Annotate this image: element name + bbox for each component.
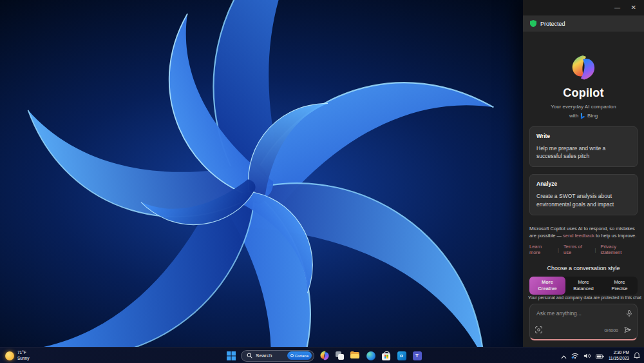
style-option-balanced[interactable]: More Balanced bbox=[565, 277, 601, 295]
search-highlight-badge[interactable]: Cortana bbox=[287, 351, 312, 360]
copilot-body: Copilot Your everyday AI companion with … bbox=[523, 32, 644, 347]
edge-button[interactable] bbox=[365, 350, 376, 361]
style-option-precise[interactable]: More Precise bbox=[601, 277, 638, 295]
network-button[interactable] bbox=[571, 350, 579, 362]
composer-toolbar: 0/4000 bbox=[535, 324, 632, 336]
conversation-style-selector: More Creative More Balanced More Precise bbox=[529, 277, 638, 295]
privacy-statement-link[interactable]: Privacy statement bbox=[600, 244, 638, 255]
copilot-title: Copilot bbox=[529, 86, 638, 100]
style-option-line2: Balanced bbox=[573, 286, 593, 293]
protected-label: Protected bbox=[540, 21, 565, 27]
volume-button[interactable] bbox=[583, 350, 591, 362]
data-protection-note: Your personal and company data are prote… bbox=[529, 295, 638, 300]
bing-label: Bing bbox=[587, 113, 598, 119]
ai-disclaimer: Microsoft Copilot uses AI to respond, so… bbox=[529, 225, 638, 240]
copilot-icon bbox=[319, 351, 330, 360]
shield-icon bbox=[530, 20, 536, 27]
battery-icon bbox=[596, 354, 604, 359]
system-tray: 2:30 PM 11/15/2023 bbox=[561, 348, 640, 363]
battery-button[interactable] bbox=[596, 350, 604, 362]
notification-center-button[interactable] bbox=[634, 350, 640, 362]
task-view-button[interactable] bbox=[334, 350, 345, 361]
file-explorer-button[interactable] bbox=[350, 350, 361, 361]
taskbar-copilot-button[interactable] bbox=[319, 350, 330, 361]
close-button[interactable]: ✕ bbox=[631, 5, 636, 11]
style-option-line1: More bbox=[614, 279, 625, 286]
clock-time: 2:30 PM bbox=[609, 350, 629, 356]
search-box[interactable]: Search Cortana bbox=[241, 350, 314, 362]
clock-widget[interactable]: 2:30 PM 11/15/2023 bbox=[609, 350, 629, 362]
chat-composer: 0/4000 bbox=[529, 304, 638, 340]
teams-button[interactable]: T bbox=[412, 350, 422, 361]
taskbar: 71°F Sunny Search Cortana bbox=[0, 347, 644, 363]
outlook-button[interactable]: o bbox=[396, 350, 407, 361]
badge-label: Cortana bbox=[295, 354, 308, 358]
outlook-icon: o bbox=[397, 351, 406, 360]
weather-temperature: 71°F bbox=[17, 350, 29, 356]
card-body: Create a SWOT analysis about environment… bbox=[536, 192, 630, 209]
disclaimer-text-after: to help us improve. bbox=[594, 233, 636, 239]
weather-condition: Sunny bbox=[17, 356, 29, 362]
taskbar-center: Search Cortana bbox=[225, 348, 422, 363]
learn-more-link[interactable]: Learn more bbox=[529, 244, 553, 255]
screenshot-capture-button[interactable] bbox=[535, 324, 542, 336]
send-feedback-link[interactable]: send feedback bbox=[563, 233, 594, 239]
send-button[interactable] bbox=[623, 324, 632, 336]
copilot-subtitle: Your everyday AI companion bbox=[529, 104, 638, 110]
card-title: Analyze bbox=[536, 181, 630, 187]
card-body: Help me prepare and write a successful s… bbox=[536, 144, 630, 161]
suggestion-card-write[interactable]: Write Help me prepare and write a succes… bbox=[529, 126, 638, 168]
character-counter: 0/4000 bbox=[605, 328, 618, 333]
notification-bell-icon bbox=[634, 352, 640, 359]
divider: | bbox=[558, 247, 559, 253]
protected-status-bar: Protected bbox=[523, 15, 644, 32]
edge-icon bbox=[366, 351, 375, 360]
screenshot-capture-icon bbox=[535, 326, 542, 333]
microphone-icon bbox=[626, 309, 632, 318]
send-icon bbox=[623, 326, 632, 333]
clock-date: 11/15/2023 bbox=[609, 356, 629, 362]
microsoft-store-icon bbox=[382, 353, 390, 360]
with-bing-line: with Bing bbox=[529, 113, 638, 119]
weather-widget[interactable]: 71°F Sunny bbox=[5, 348, 29, 363]
ask-me-anything-input[interactable] bbox=[530, 304, 619, 317]
chevron-up-icon bbox=[561, 355, 567, 359]
speaker-icon bbox=[583, 353, 591, 359]
terms-of-use-link[interactable]: Terms of use bbox=[564, 244, 590, 255]
card-title: Write bbox=[536, 133, 630, 139]
microsoft-store-button[interactable] bbox=[381, 350, 392, 361]
minimize-button[interactable]: — bbox=[614, 5, 621, 11]
divider: | bbox=[594, 247, 596, 253]
copilot-logo-icon bbox=[570, 55, 597, 81]
suggestion-card-analyze[interactable]: Analyze Create a SWOT analysis about env… bbox=[529, 174, 638, 215]
microphone-button[interactable] bbox=[626, 309, 632, 320]
wifi-icon bbox=[571, 353, 579, 359]
conversation-style-heading: Choose a conversation style bbox=[529, 265, 638, 271]
badge-icon bbox=[290, 354, 294, 357]
data-protection-text: Your personal and company data are prote… bbox=[528, 295, 641, 300]
sun-icon bbox=[5, 351, 14, 360]
style-option-line1: More bbox=[578, 279, 589, 286]
search-icon bbox=[247, 353, 252, 358]
copilot-panel: — ✕ Protected Copilot Your everyday AI c… bbox=[523, 0, 644, 347]
style-option-line2: Creative bbox=[538, 286, 557, 293]
start-button[interactable] bbox=[225, 350, 236, 361]
search-label: Search bbox=[256, 353, 284, 358]
desktop: — ✕ Protected Copilot Your everyday AI c… bbox=[0, 0, 644, 363]
bing-logo-icon bbox=[580, 113, 585, 119]
footer-links: Learn more | Terms of use | Privacy stat… bbox=[529, 244, 638, 255]
style-option-creative[interactable]: More Creative bbox=[529, 277, 565, 295]
copilot-titlebar: — ✕ bbox=[523, 0, 644, 15]
tray-overflow-button[interactable] bbox=[561, 350, 567, 362]
style-option-line1: More bbox=[542, 279, 553, 286]
teams-icon: T bbox=[413, 351, 422, 360]
style-option-line2: Precise bbox=[611, 286, 627, 293]
windows-start-icon bbox=[227, 351, 236, 360]
with-text: with bbox=[569, 113, 578, 119]
